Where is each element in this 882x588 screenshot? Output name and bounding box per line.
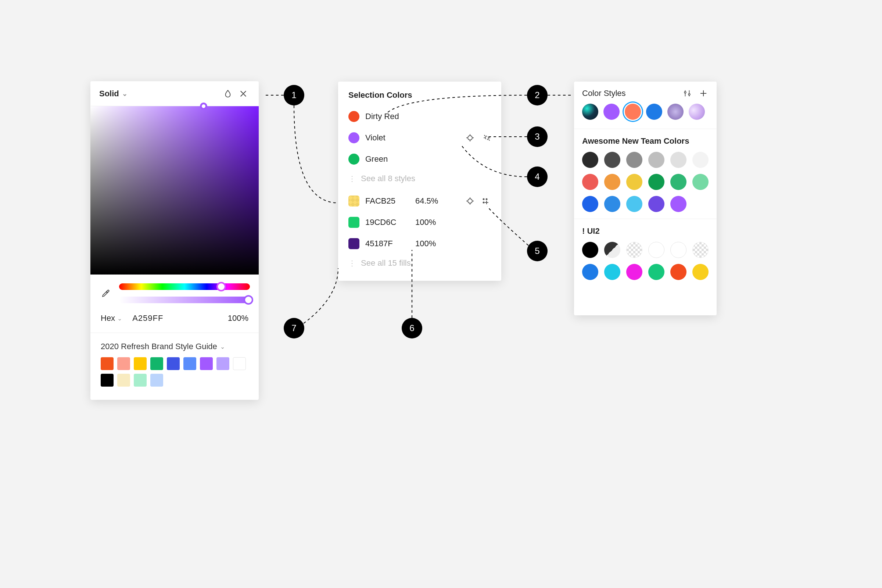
add-style-icon[interactable] bbox=[698, 88, 708, 99]
color-style-swatch[interactable] bbox=[582, 174, 598, 190]
color-style-swatch[interactable] bbox=[625, 104, 641, 120]
color-style-swatch[interactable] bbox=[626, 174, 642, 190]
library-title: 2020 Refresh Brand Style Guide bbox=[101, 342, 217, 351]
color-style-swatch[interactable] bbox=[648, 242, 664, 258]
chevron-down-icon: ⌄ bbox=[117, 315, 122, 322]
create-style-icon[interactable] bbox=[482, 195, 492, 207]
color-style-swatch[interactable] bbox=[692, 264, 708, 280]
style-name-label: Green bbox=[365, 154, 492, 164]
selection-style-row[interactable]: Violet bbox=[338, 127, 501, 148]
library-swatch[interactable] bbox=[134, 357, 147, 370]
style-swatch bbox=[348, 154, 359, 165]
library-swatch[interactable] bbox=[134, 374, 147, 387]
see-all-styles-link[interactable]: ⋮ See all 8 styles bbox=[338, 170, 501, 188]
color-style-swatch[interactable] bbox=[604, 264, 620, 280]
selection-style-row[interactable]: Green bbox=[338, 148, 501, 170]
target-icon[interactable] bbox=[465, 132, 476, 143]
color-style-swatch[interactable] bbox=[670, 152, 687, 168]
saturation-value-field[interactable] bbox=[90, 106, 259, 274]
color-style-swatch[interactable] bbox=[670, 242, 687, 258]
color-style-swatch[interactable] bbox=[646, 104, 662, 120]
color-style-swatch[interactable] bbox=[582, 196, 598, 212]
color-style-swatch[interactable] bbox=[648, 152, 664, 168]
color-style-swatch[interactable] bbox=[604, 242, 620, 258]
color-style-swatch[interactable] bbox=[670, 196, 687, 212]
library-swatch[interactable] bbox=[167, 357, 180, 370]
color-style-swatch[interactable] bbox=[582, 152, 598, 168]
fill-type-label: Solid bbox=[99, 89, 119, 99]
color-style-swatch[interactable] bbox=[648, 264, 664, 280]
svg-point-0 bbox=[468, 136, 472, 140]
see-all-styles-label: See all 8 styles bbox=[361, 174, 415, 183]
selection-style-row[interactable]: Dirty Red bbox=[338, 106, 501, 127]
svg-point-6 bbox=[688, 93, 690, 95]
color-style-swatch[interactable] bbox=[670, 264, 687, 280]
color-style-swatch[interactable] bbox=[648, 196, 664, 212]
color-style-swatch[interactable] bbox=[689, 104, 705, 120]
color-style-group: Awesome New Team Colors bbox=[574, 129, 717, 219]
selection-colors-panel: Selection Colors Dirty Red Violet Green bbox=[338, 82, 501, 281]
alpha-thumb[interactable] bbox=[244, 295, 253, 304]
library-swatch[interactable] bbox=[200, 357, 213, 370]
callout-badge-5: 5 bbox=[527, 241, 548, 261]
hex-input[interactable]: A259FF bbox=[132, 314, 218, 323]
color-style-swatch[interactable] bbox=[604, 152, 620, 168]
selection-fill-row[interactable]: 45187F 100% bbox=[338, 233, 501, 254]
filter-icon[interactable] bbox=[682, 88, 692, 99]
target-icon[interactable] bbox=[465, 195, 476, 207]
color-format-dropdown[interactable]: Hex ⌄ bbox=[101, 314, 122, 323]
see-all-fills-label: See all 15 fills bbox=[361, 258, 411, 268]
color-style-swatch[interactable] bbox=[626, 152, 642, 168]
opacity-input[interactable]: 100% bbox=[228, 314, 248, 323]
chevron-down-icon: ⌄ bbox=[122, 90, 128, 98]
selection-colors-title: Selection Colors bbox=[338, 82, 501, 106]
alpha-slider[interactable] bbox=[119, 297, 250, 303]
hue-slider[interactable] bbox=[119, 284, 250, 290]
library-swatch[interactable] bbox=[117, 374, 130, 387]
callout-badge-7: 7 bbox=[284, 318, 304, 339]
detach-style-icon[interactable] bbox=[482, 132, 492, 143]
eyedropper-icon[interactable] bbox=[99, 286, 112, 300]
color-style-swatch[interactable] bbox=[604, 174, 620, 190]
library-swatch[interactable] bbox=[101, 374, 114, 387]
library-swatch[interactable] bbox=[150, 357, 163, 370]
library-swatch[interactable] bbox=[183, 357, 196, 370]
color-styles-title: Color Styles bbox=[582, 88, 676, 98]
library-swatch[interactable] bbox=[117, 357, 130, 370]
see-all-fills-link[interactable]: ⋮ See all 15 fills bbox=[338, 254, 501, 272]
sv-cursor[interactable] bbox=[200, 102, 207, 110]
color-style-swatch[interactable] bbox=[626, 196, 642, 212]
close-icon[interactable] bbox=[237, 87, 250, 100]
color-style-swatch[interactable] bbox=[626, 264, 642, 280]
style-name-label: Violet bbox=[365, 133, 459, 142]
color-style-swatch[interactable] bbox=[582, 264, 598, 280]
color-style-swatch[interactable] bbox=[603, 104, 620, 120]
color-style-swatch[interactable] bbox=[670, 174, 687, 190]
callout-badge-3: 3 bbox=[527, 126, 548, 147]
color-style-swatch[interactable] bbox=[692, 152, 708, 168]
library-swatch[interactable] bbox=[216, 357, 230, 370]
color-style-swatch[interactable] bbox=[692, 242, 708, 258]
hue-thumb[interactable] bbox=[216, 282, 226, 291]
library-dropdown[interactable]: 2020 Refresh Brand Style Guide ⌄ bbox=[101, 342, 248, 351]
blend-mode-icon[interactable] bbox=[221, 87, 234, 100]
color-style-swatch[interactable] bbox=[692, 174, 708, 190]
library-swatch[interactable] bbox=[150, 374, 163, 387]
color-style-swatch[interactable] bbox=[648, 174, 664, 190]
callout-badge-6: 6 bbox=[402, 318, 422, 339]
library-swatch[interactable] bbox=[233, 357, 246, 370]
library-swatch[interactable] bbox=[101, 357, 114, 370]
color-style-swatch[interactable] bbox=[582, 242, 598, 258]
color-style-swatch[interactable] bbox=[582, 104, 598, 120]
fill-opacity-label: 100% bbox=[415, 239, 445, 248]
selection-fill-row[interactable]: FACB25 64.5% bbox=[338, 190, 501, 212]
svg-point-4 bbox=[483, 202, 485, 204]
selection-fill-row[interactable]: 19CD6C 100% bbox=[338, 212, 501, 233]
fill-hex-label: 45187F bbox=[365, 239, 410, 248]
fill-opacity-label: 100% bbox=[415, 218, 445, 227]
svg-point-2 bbox=[483, 198, 485, 200]
color-style-swatch[interactable] bbox=[604, 196, 620, 212]
color-style-swatch[interactable] bbox=[626, 242, 642, 258]
fill-type-dropdown[interactable]: Solid ⌄ bbox=[99, 89, 128, 99]
color-style-swatch[interactable] bbox=[668, 104, 684, 120]
